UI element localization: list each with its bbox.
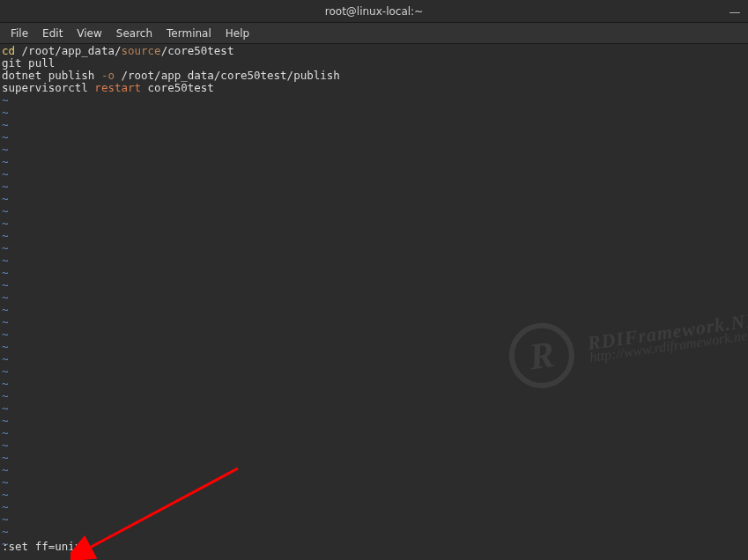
editor-empty-line: ~ — [2, 489, 746, 501]
menu-terminal[interactable]: Terminal — [159, 25, 218, 42]
editor-empty-line: ~ — [2, 402, 746, 415]
window-title: root@linux-local:~ — [325, 5, 423, 18]
editor-empty-line: ~ — [2, 267, 746, 279]
editor-empty-line: ~ — [2, 304, 746, 316]
editor-empty-line: ~ — [2, 365, 746, 378]
cursor — [81, 542, 87, 553]
editor-empty-line: ~ — [2, 242, 746, 254]
editor-empty-line: ~ — [2, 131, 746, 144]
menu-edit[interactable]: Edit — [35, 25, 70, 42]
editor-empty-line: ~ — [2, 279, 746, 291]
vim-command-line[interactable]: :set ff=unix — [2, 541, 87, 553]
editor-empty-line: ~ — [2, 390, 746, 402]
editor-empty-line: ~ — [2, 452, 746, 464]
editor-empty-line: ~ — [2, 217, 746, 230]
editor-empty-line: ~ — [2, 119, 746, 131]
editor-empty-line: ~ — [2, 328, 746, 341]
editor-empty-line: ~ — [2, 156, 746, 168]
editor-empty-line: ~ — [2, 254, 746, 267]
editor-empty-line: ~ — [2, 513, 746, 526]
editor-empty-line: ~ — [2, 415, 746, 427]
editor-line: dotnet publish -o /root/app_data/core50t… — [2, 70, 746, 82]
editor-empty-line: ~ — [2, 476, 746, 489]
editor-empty-line: ~ — [2, 205, 746, 217]
editor-empty-line: ~ — [2, 144, 746, 156]
editor-empty-line: ~ — [2, 341, 746, 353]
editor-empty-line: ~ — [2, 94, 746, 107]
editor-empty-line: ~ — [2, 538, 746, 550]
menu-view[interactable]: View — [70, 25, 108, 42]
editor-empty-line: ~ — [2, 439, 746, 452]
menubar: File Edit View Search Terminal Help — [0, 23, 748, 44]
menu-search[interactable]: Search — [109, 25, 159, 42]
editor-line: git pull — [2, 57, 746, 70]
editor-empty-line: ~ — [2, 464, 746, 476]
editor-empty-line: ~ — [2, 526, 746, 538]
editor-empty-line: ~ — [2, 107, 746, 119]
window-controls: — — [729, 0, 741, 23]
titlebar: root@linux-local:~ — — [0, 0, 748, 23]
vim-command-text: :set ff=unix — [2, 540, 81, 553]
editor-empty-line: ~ — [2, 427, 746, 439]
editor-empty-line: ~ — [2, 316, 746, 328]
editor-line: cd /root/app_data/source/core50test — [2, 45, 746, 57]
minimize-button[interactable]: — — [729, 6, 741, 18]
editor-empty-line: ~ — [2, 168, 746, 181]
editor-content: cd /root/app_data/source/core50testgit p… — [2, 45, 746, 550]
editor-line: supervisorctl restart core50test — [2, 82, 746, 94]
editor-empty-line: ~ — [2, 501, 746, 513]
editor-empty-line: ~ — [2, 230, 746, 242]
editor-empty-line: ~ — [2, 353, 746, 365]
editor-empty-line: ~ — [2, 181, 746, 193]
editor-empty-line: ~ — [2, 378, 746, 390]
terminal-area[interactable]: cd /root/app_data/source/core50testgit p… — [0, 44, 748, 560]
editor-empty-line: ~ — [2, 193, 746, 205]
editor-empty-line: ~ — [2, 291, 746, 304]
menu-help[interactable]: Help — [218, 25, 256, 42]
menu-file[interactable]: File — [4, 25, 35, 42]
